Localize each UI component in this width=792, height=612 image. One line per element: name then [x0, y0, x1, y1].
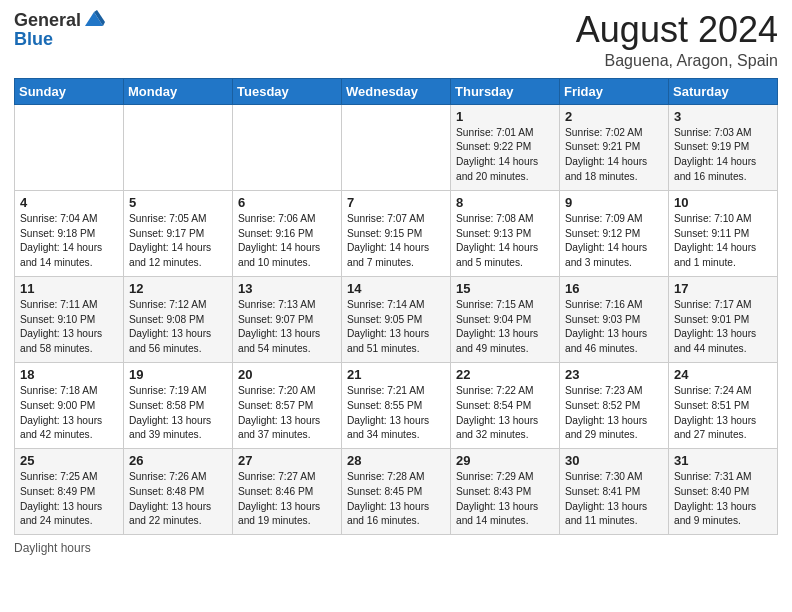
cell-sunrise: Sunrise: 7:13 AM: [238, 299, 316, 310]
cell-sunset: Sunset: 9:13 PM: [456, 228, 531, 239]
cell-sunrise: Sunrise: 7:24 AM: [674, 385, 752, 396]
cell-4-5: 30Sunrise: 7:30 AMSunset: 8:41 PMDayligh…: [560, 449, 669, 535]
main-title: August 2024: [576, 10, 778, 50]
cell-info: Sunrise: 7:13 AMSunset: 9:07 PMDaylight:…: [238, 298, 336, 357]
header-tuesday: Tuesday: [233, 78, 342, 104]
cell-info: Sunrise: 7:10 AMSunset: 9:11 PMDaylight:…: [674, 212, 772, 271]
cell-daylight: Daylight: 13 hours and 34 minutes.: [347, 415, 429, 441]
cell-3-2: 20Sunrise: 7:20 AMSunset: 8:57 PMDayligh…: [233, 362, 342, 448]
cell-info: Sunrise: 7:30 AMSunset: 8:41 PMDaylight:…: [565, 470, 663, 529]
cell-sunrise: Sunrise: 7:27 AM: [238, 471, 316, 482]
cell-day-number: 17: [674, 281, 772, 296]
cell-daylight: Daylight: 13 hours and 46 minutes.: [565, 328, 647, 354]
cell-info: Sunrise: 7:04 AMSunset: 9:18 PMDaylight:…: [20, 212, 118, 271]
cell-4-1: 26Sunrise: 7:26 AMSunset: 8:48 PMDayligh…: [124, 449, 233, 535]
cell-sunrise: Sunrise: 7:16 AM: [565, 299, 643, 310]
cell-1-1: 5Sunrise: 7:05 AMSunset: 9:17 PMDaylight…: [124, 190, 233, 276]
cell-daylight: Daylight: 14 hours and 3 minutes.: [565, 242, 647, 268]
cell-daylight: Daylight: 13 hours and 32 minutes.: [456, 415, 538, 441]
cell-day-number: 27: [238, 453, 336, 468]
cell-3-1: 19Sunrise: 7:19 AMSunset: 8:58 PMDayligh…: [124, 362, 233, 448]
header-saturday: Saturday: [669, 78, 778, 104]
cell-info: Sunrise: 7:25 AMSunset: 8:49 PMDaylight:…: [20, 470, 118, 529]
cell-daylight: Daylight: 13 hours and 16 minutes.: [347, 501, 429, 527]
cell-daylight: Daylight: 13 hours and 29 minutes.: [565, 415, 647, 441]
cell-sunrise: Sunrise: 7:07 AM: [347, 213, 425, 224]
cell-day-number: 31: [674, 453, 772, 468]
week-row-4: 18Sunrise: 7:18 AMSunset: 9:00 PMDayligh…: [15, 362, 778, 448]
cell-daylight: Daylight: 13 hours and 58 minutes.: [20, 328, 102, 354]
cell-daylight: Daylight: 13 hours and 44 minutes.: [674, 328, 756, 354]
cell-info: Sunrise: 7:27 AMSunset: 8:46 PMDaylight:…: [238, 470, 336, 529]
cell-daylight: Daylight: 14 hours and 16 minutes.: [674, 156, 756, 182]
cell-sunset: Sunset: 8:52 PM: [565, 400, 640, 411]
page: General Blue August 2024 Baguena, Aragon…: [0, 0, 792, 612]
cell-sunset: Sunset: 9:01 PM: [674, 314, 749, 325]
cell-info: Sunrise: 7:06 AMSunset: 9:16 PMDaylight:…: [238, 212, 336, 271]
cell-4-4: 29Sunrise: 7:29 AMSunset: 8:43 PMDayligh…: [451, 449, 560, 535]
week-row-5: 25Sunrise: 7:25 AMSunset: 8:49 PMDayligh…: [15, 449, 778, 535]
cell-info: Sunrise: 7:09 AMSunset: 9:12 PMDaylight:…: [565, 212, 663, 271]
cell-sunrise: Sunrise: 7:06 AM: [238, 213, 316, 224]
cell-daylight: Daylight: 13 hours and 42 minutes.: [20, 415, 102, 441]
cell-daylight: Daylight: 13 hours and 49 minutes.: [456, 328, 538, 354]
cell-3-4: 22Sunrise: 7:22 AMSunset: 8:54 PMDayligh…: [451, 362, 560, 448]
cell-day-number: 30: [565, 453, 663, 468]
cell-sunrise: Sunrise: 7:14 AM: [347, 299, 425, 310]
cell-sunrise: Sunrise: 7:22 AM: [456, 385, 534, 396]
cell-sunrise: Sunrise: 7:03 AM: [674, 127, 752, 138]
cell-day-number: 3: [674, 109, 772, 124]
cell-info: Sunrise: 7:01 AMSunset: 9:22 PMDaylight:…: [456, 126, 554, 185]
cell-sunset: Sunset: 8:45 PM: [347, 486, 422, 497]
cell-info: Sunrise: 7:16 AMSunset: 9:03 PMDaylight:…: [565, 298, 663, 357]
cell-daylight: Daylight: 13 hours and 54 minutes.: [238, 328, 320, 354]
cell-sunrise: Sunrise: 7:20 AM: [238, 385, 316, 396]
cell-day-number: 29: [456, 453, 554, 468]
cell-day-number: 12: [129, 281, 227, 296]
cell-3-0: 18Sunrise: 7:18 AMSunset: 9:00 PMDayligh…: [15, 362, 124, 448]
cell-sunrise: Sunrise: 7:30 AM: [565, 471, 643, 482]
cell-sunrise: Sunrise: 7:17 AM: [674, 299, 752, 310]
cell-sunset: Sunset: 9:10 PM: [20, 314, 95, 325]
cell-sunset: Sunset: 9:21 PM: [565, 141, 640, 152]
cell-1-2: 6Sunrise: 7:06 AMSunset: 9:16 PMDaylight…: [233, 190, 342, 276]
cell-day-number: 19: [129, 367, 227, 382]
cell-day-number: 1: [456, 109, 554, 124]
logo-blue-text: Blue: [14, 30, 105, 48]
cell-daylight: Daylight: 14 hours and 10 minutes.: [238, 242, 320, 268]
cell-info: Sunrise: 7:19 AMSunset: 8:58 PMDaylight:…: [129, 384, 227, 443]
cell-day-number: 8: [456, 195, 554, 210]
cell-sunrise: Sunrise: 7:11 AM: [20, 299, 98, 310]
cell-sunset: Sunset: 9:07 PM: [238, 314, 313, 325]
header-wednesday: Wednesday: [342, 78, 451, 104]
cell-sunrise: Sunrise: 7:10 AM: [674, 213, 752, 224]
logo-general-text: General: [14, 11, 81, 29]
header: General Blue August 2024 Baguena, Aragon…: [14, 10, 778, 70]
cell-day-number: 5: [129, 195, 227, 210]
cell-daylight: Daylight: 14 hours and 5 minutes.: [456, 242, 538, 268]
cell-0-0: [15, 104, 124, 190]
cell-sunset: Sunset: 9:04 PM: [456, 314, 531, 325]
cell-daylight: Daylight: 13 hours and 19 minutes.: [238, 501, 320, 527]
cell-daylight: Daylight: 14 hours and 1 minute.: [674, 242, 756, 268]
cell-sunset: Sunset: 9:12 PM: [565, 228, 640, 239]
cell-info: Sunrise: 7:17 AMSunset: 9:01 PMDaylight:…: [674, 298, 772, 357]
cell-daylight: Daylight: 13 hours and 39 minutes.: [129, 415, 211, 441]
cell-1-5: 9Sunrise: 7:09 AMSunset: 9:12 PMDaylight…: [560, 190, 669, 276]
cell-1-0: 4Sunrise: 7:04 AMSunset: 9:18 PMDaylight…: [15, 190, 124, 276]
cell-info: Sunrise: 7:24 AMSunset: 8:51 PMDaylight:…: [674, 384, 772, 443]
cell-sunset: Sunset: 9:08 PM: [129, 314, 204, 325]
week-row-3: 11Sunrise: 7:11 AMSunset: 9:10 PMDayligh…: [15, 276, 778, 362]
subtitle: Baguena, Aragon, Spain: [576, 52, 778, 70]
cell-sunset: Sunset: 8:54 PM: [456, 400, 531, 411]
cell-day-number: 18: [20, 367, 118, 382]
cell-day-number: 21: [347, 367, 445, 382]
cell-2-0: 11Sunrise: 7:11 AMSunset: 9:10 PMDayligh…: [15, 276, 124, 362]
cell-day-number: 7: [347, 195, 445, 210]
cell-day-number: 28: [347, 453, 445, 468]
cell-sunrise: Sunrise: 7:18 AM: [20, 385, 98, 396]
cell-day-number: 24: [674, 367, 772, 382]
cell-sunset: Sunset: 9:15 PM: [347, 228, 422, 239]
cell-info: Sunrise: 7:08 AMSunset: 9:13 PMDaylight:…: [456, 212, 554, 271]
title-block: August 2024 Baguena, Aragon, Spain: [576, 10, 778, 70]
